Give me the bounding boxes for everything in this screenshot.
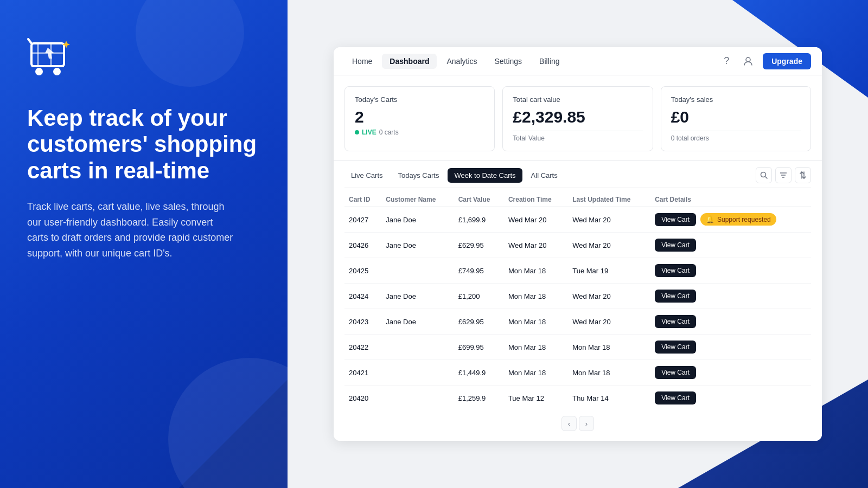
cell-last-updated: Mon Mar 18 xyxy=(568,335,650,360)
stats-row: Today's Carts 2 LIVE 0 carts Total cart … xyxy=(334,75,822,160)
help-icon-button[interactable]: ? xyxy=(718,53,735,69)
nav-analytics[interactable]: Analytics xyxy=(439,54,484,69)
cell-cart-id: 20421 xyxy=(344,360,381,386)
col-creation-time: Creation Time xyxy=(504,190,568,207)
cell-cart-value: £629.95 xyxy=(454,309,504,335)
table-row: 20422£699.95Mon Mar 18Mon Mar 18View Car… xyxy=(344,335,811,360)
cell-creation-time: Mon Mar 18 xyxy=(504,335,568,360)
cell-customer-name xyxy=(381,386,454,411)
total-cart-value: £2,329.85 xyxy=(513,108,642,126)
nav-icons: ? xyxy=(718,53,756,69)
cell-cart-id: 20427 xyxy=(344,207,381,233)
cell-last-updated: Tue Mar 19 xyxy=(568,258,650,284)
svg-rect-0 xyxy=(31,43,64,66)
live-label: LIVE xyxy=(362,129,376,136)
view-cart-button[interactable]: View Cart xyxy=(655,290,696,303)
next-page-button[interactable]: › xyxy=(579,416,594,431)
bell-icon: 🔔 xyxy=(706,215,714,223)
cell-creation-time: Mon Mar 18 xyxy=(504,284,568,309)
col-last-updated: Last Updated Time xyxy=(568,190,650,207)
nav-settings[interactable]: Settings xyxy=(487,54,530,69)
left-panel: Keep track of your customers' shopping c… xyxy=(0,0,288,488)
view-cart-button[interactable]: View Cart xyxy=(655,315,696,328)
tabs-row: Live Carts Todays Carts Week to Date Car… xyxy=(344,160,811,188)
cell-cart-details: View Cart xyxy=(650,335,811,360)
user-icon-button[interactable] xyxy=(740,53,756,69)
svg-point-5 xyxy=(35,68,43,75)
view-cart-button[interactable]: View Cart xyxy=(655,341,696,354)
nav-billing[interactable]: Billing xyxy=(532,54,567,69)
cell-cart-id: 20423 xyxy=(344,309,381,335)
cell-customer-name: Jane Doe xyxy=(381,233,454,258)
col-customer-name: Customer Name xyxy=(381,190,454,207)
stat-today-carts: Today's Carts 2 LIVE 0 carts xyxy=(344,86,495,151)
total-cart-label: Total cart value xyxy=(513,95,642,104)
cell-cart-id: 20420 xyxy=(344,386,381,411)
today-sales-label: Today's sales xyxy=(671,95,801,104)
today-carts-value: 2 xyxy=(355,108,484,126)
cart-icon xyxy=(27,38,260,84)
cell-cart-details: View Cart xyxy=(650,258,811,284)
today-carts-label: Today's Carts xyxy=(355,95,484,104)
search-button[interactable] xyxy=(756,167,772,183)
cell-creation-time: Mon Mar 18 xyxy=(504,258,568,284)
col-cart-id: Cart ID xyxy=(344,190,381,207)
cell-last-updated: Mon Mar 18 xyxy=(568,360,650,386)
cell-creation-time: Wed Mar 20 xyxy=(504,207,568,233)
view-cart-button[interactable]: View Cart xyxy=(655,264,696,277)
filter-button[interactable] xyxy=(775,167,792,183)
tab-live-carts[interactable]: Live Carts xyxy=(344,168,390,183)
view-cart-button[interactable]: View Cart xyxy=(655,213,696,226)
cell-cart-id: 20422 xyxy=(344,335,381,360)
nav-home[interactable]: Home xyxy=(344,54,380,69)
table-row: 20427Jane Doe£1,699.9Wed Mar 20Wed Mar 2… xyxy=(344,207,811,233)
upgrade-button[interactable]: Upgrade xyxy=(763,53,811,69)
col-cart-value: Cart Value xyxy=(454,190,504,207)
cell-creation-time: Tue Mar 12 xyxy=(504,386,568,411)
cell-cart-details: View Cart xyxy=(650,233,811,258)
view-cart-button[interactable]: View Cart xyxy=(655,239,696,252)
cell-creation-time: Wed Mar 20 xyxy=(504,233,568,258)
total-value-label: Total Value xyxy=(513,134,642,142)
nav-bar: Home Dashboard Analytics Settings Billin… xyxy=(334,47,822,75)
view-cart-button[interactable]: View Cart xyxy=(655,366,696,379)
cell-customer-name xyxy=(381,258,454,284)
cell-cart-value: £629.95 xyxy=(454,233,504,258)
cell-cart-id: 20424 xyxy=(344,284,381,309)
app-card: Home Dashboard Analytics Settings Billin… xyxy=(334,47,822,441)
today-carts-sub: LIVE 0 carts xyxy=(355,129,484,136)
pagination: ‹ › xyxy=(344,410,811,432)
live-dot xyxy=(355,130,359,134)
live-carts-count: 0 carts xyxy=(379,129,399,136)
cell-creation-time: Mon Mar 18 xyxy=(504,360,568,386)
cart-table: Cart ID Customer Name Cart Value Creatio… xyxy=(344,190,811,410)
svg-point-6 xyxy=(53,68,61,75)
view-cart-button[interactable]: View Cart xyxy=(655,391,696,404)
table-row: 20426Jane Doe£629.95Wed Mar 20Wed Mar 20… xyxy=(344,233,811,258)
cell-cart-details: View Cart xyxy=(650,309,811,335)
col-cart-details: Cart Details xyxy=(650,190,811,207)
tab-week-to-date[interactable]: Week to Date Carts xyxy=(448,168,522,183)
cell-last-updated: Thu Mar 14 xyxy=(568,386,650,411)
table-row: 20420£1,259.9Tue Mar 12Thu Mar 14View Ca… xyxy=(344,386,811,411)
tab-all-carts[interactable]: All Carts xyxy=(525,168,564,183)
stat-today-sales: Today's sales £0 0 total orders xyxy=(661,86,811,151)
prev-page-button[interactable]: ‹ xyxy=(561,416,577,431)
table-row: 20421£1,449.9Mon Mar 18Mon Mar 18View Ca… xyxy=(344,360,811,386)
sort-button[interactable] xyxy=(795,167,811,183)
nav-dashboard[interactable]: Dashboard xyxy=(382,54,437,69)
cell-last-updated: Wed Mar 20 xyxy=(568,207,650,233)
cell-customer-name: Jane Doe xyxy=(381,284,454,309)
support-requested-badge: 🔔Support requested xyxy=(700,213,776,226)
cell-last-updated: Wed Mar 20 xyxy=(568,309,650,335)
left-heading: Keep track of your customers' shopping c… xyxy=(27,105,260,184)
tab-todays-carts[interactable]: Todays Carts xyxy=(392,168,446,183)
cell-cart-value: £699.95 xyxy=(454,335,504,360)
cell-customer-name: Jane Doe xyxy=(381,309,454,335)
table-row: 20423Jane Doe£629.95Mon Mar 18Wed Mar 20… xyxy=(344,309,811,335)
cell-cart-value: £1,200 xyxy=(454,284,504,309)
table-section: Live Carts Todays Carts Week to Date Car… xyxy=(334,160,822,441)
left-description: Track live carts, cart value, live sales… xyxy=(27,199,233,261)
cell-cart-details: View Cart xyxy=(650,386,811,411)
cell-creation-time: Mon Mar 18 xyxy=(504,309,568,335)
